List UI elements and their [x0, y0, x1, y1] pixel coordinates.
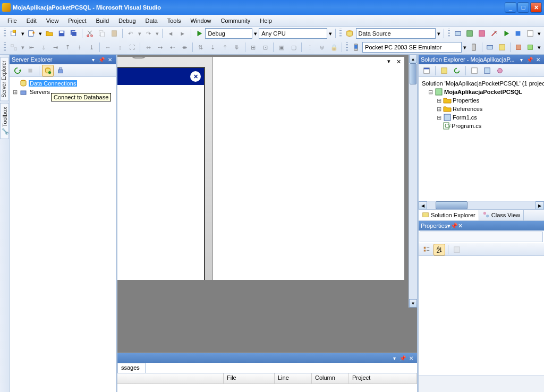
config-dropdown[interactable]: ▾ — [253, 30, 258, 37]
col-file[interactable]: File — [224, 373, 275, 384]
menu-build[interactable]: Build — [92, 16, 113, 25]
toolbar-grip[interactable] — [346, 42, 348, 52]
device-btn3[interactable] — [513, 41, 524, 53]
toolbar-options-dropdown[interactable]: ▾ — [537, 30, 542, 37]
undo-button[interactable]: ↶ — [125, 28, 137, 39]
refresh-button[interactable] — [12, 65, 23, 76]
panel-close-button[interactable]: ✕ — [458, 223, 463, 229]
new-project-button[interactable] — [8, 28, 20, 39]
window-close-button[interactable]: ✕ — [530, 2, 542, 13]
connect-server-button[interactable] — [55, 65, 66, 76]
properties-grid[interactable] — [419, 256, 544, 376]
copy-button[interactable] — [96, 28, 108, 39]
tree-item-data-connections[interactable]: Data Connections — [29, 80, 77, 87]
device-btn1[interactable] — [484, 41, 496, 53]
expand-icon[interactable]: ⊞ — [436, 106, 442, 113]
redo-dropdown[interactable]: ▾ — [155, 30, 160, 37]
panel-pin-button[interactable]: 📌 — [450, 223, 458, 229]
scroll-down-button[interactable]: ▼ — [409, 299, 417, 308]
panel-dropdown-button[interactable]: ▾ — [89, 56, 97, 63]
col-project[interactable]: Project — [349, 373, 417, 384]
project-node[interactable]: MojaAplikacjaPocketPCSQL — [444, 89, 522, 95]
align-center-button[interactable]: ⫱ — [38, 41, 49, 53]
hspace-inc-button[interactable]: ⇢ — [155, 41, 166, 53]
panel-pin-button[interactable]: 📌 — [98, 56, 105, 63]
same-width-button[interactable]: ↔ — [102, 41, 114, 53]
platform-combo[interactable]: Any CPU — [259, 28, 327, 39]
scroll-up-button[interactable]: ▲ — [409, 55, 417, 63]
toolbar-grip[interactable] — [339, 29, 342, 38]
menu-edit[interactable]: Edit — [22, 16, 41, 25]
cut-button[interactable] — [84, 28, 96, 39]
save-all-button[interactable] — [68, 28, 80, 39]
server-explorer-tree[interactable]: Data Connections ⊞ Servers Connect to Da… — [10, 77, 116, 392]
send-back-button[interactable]: ▢ — [288, 41, 300, 53]
tab-order-button[interactable]: ⋮ — [304, 41, 316, 53]
collapse-icon[interactable]: ⊟ — [427, 89, 434, 96]
connect-database-button[interactable] — [42, 65, 54, 76]
device-btn4[interactable] — [525, 41, 537, 53]
hspace-equal-button[interactable]: ⇿ — [142, 41, 154, 53]
tab-toolbox[interactable]: 🔧 Toolbox — [0, 103, 9, 139]
panel-pin-button[interactable]: 📌 — [399, 354, 406, 362]
menu-data[interactable]: Data — [141, 16, 162, 25]
merge-button[interactable]: ⊎ — [316, 41, 328, 53]
expand-icon[interactable]: ⊞ — [436, 97, 442, 104]
toolbar-btn5[interactable] — [500, 28, 512, 39]
properties-button[interactable] — [421, 65, 432, 76]
add-item-button[interactable]: ✶ — [26, 28, 38, 39]
datasource-dropdown[interactable]: ▾ — [436, 30, 441, 37]
expand-icon[interactable]: ⊞ — [436, 114, 442, 121]
add-item-dropdown[interactable]: ▾ — [38, 30, 43, 37]
datasource-combo[interactable]: Data Source — [356, 28, 436, 39]
tab-server-explorer[interactable]: Server Explorer — [0, 57, 9, 101]
align-right-button[interactable]: ⇥ — [50, 41, 62, 53]
device-close-icon[interactable]: ✕ — [190, 71, 201, 82]
paste-button[interactable] — [108, 28, 120, 39]
property-pages-button[interactable] — [451, 244, 463, 255]
designer-scrollbar-v[interactable]: ▲ ▼ — [409, 55, 417, 308]
device-connect-button[interactable] — [468, 41, 480, 53]
tab-messages[interactable]: ssages — [117, 363, 146, 373]
device-combo[interactable]: Pocket PC 2003 SE Emulator — [362, 42, 462, 53]
tab-solution-explorer[interactable]: Solution Explorer — [419, 210, 479, 220]
lock-button[interactable]: 🔒 — [328, 41, 340, 53]
scroll-right-button[interactable]: ▶ — [536, 201, 544, 210]
menu-tools[interactable]: Tools — [163, 16, 185, 25]
tab-class-view[interactable]: Class View — [479, 210, 524, 220]
panel-close-button[interactable]: ✕ — [407, 354, 415, 362]
maximize-button[interactable]: □ — [517, 2, 529, 13]
node-program[interactable]: Program.cs — [452, 123, 481, 129]
device-btn2[interactable] — [496, 41, 508, 53]
vspace-remove-button[interactable]: ⤋ — [231, 41, 243, 53]
menu-help[interactable]: Help — [256, 16, 276, 25]
panel-pin-button[interactable]: 📌 — [526, 56, 533, 63]
toolbar-btn3[interactable] — [476, 28, 488, 39]
hspace-remove-button[interactable]: ⇹ — [178, 41, 190, 53]
panel-dropdown-button[interactable]: ▾ — [517, 56, 525, 63]
panel-close-button[interactable]: ✕ — [106, 56, 114, 63]
scroll-thumb[interactable] — [436, 201, 468, 209]
hspace-dec-button[interactable]: ⇠ — [167, 41, 178, 53]
scroll-left-button[interactable]: ◀ — [419, 201, 427, 210]
menu-project[interactable]: Project — [64, 16, 90, 25]
center-h-button[interactable]: ⊞ — [248, 41, 259, 53]
menu-file[interactable]: File — [3, 16, 21, 25]
menu-window[interactable]: Window — [186, 16, 215, 25]
col-line[interactable]: Line — [275, 373, 312, 384]
solution-tree[interactable]: Solution 'MojaAplikacjaPocketPCSQL' (1 p… — [419, 77, 544, 201]
node-form1[interactable]: Form1.cs — [453, 114, 477, 121]
toolbar-grip[interactable] — [4, 42, 6, 52]
designer-dropdown[interactable]: ▾ — [387, 58, 394, 64]
solution-root[interactable]: Solution 'MojaAplikacjaPocketPCSQL' (1 p… — [422, 80, 544, 87]
vspace-equal-button[interactable]: ⇅ — [195, 41, 207, 53]
toolbar-options-dropdown[interactable]: ▾ — [537, 44, 542, 51]
panel-close-button[interactable]: ✕ — [534, 56, 542, 63]
bring-front-button[interactable]: ▣ — [276, 41, 287, 53]
layout-btn[interactable] — [8, 41, 20, 53]
scroll-thumb[interactable] — [410, 63, 416, 84]
nav-forward-button[interactable]: ► — [177, 28, 189, 39]
toolbar-grip[interactable] — [4, 29, 6, 38]
device-screen[interactable]: ✕ — [117, 67, 205, 280]
toolbar-btn7[interactable] — [524, 28, 536, 39]
